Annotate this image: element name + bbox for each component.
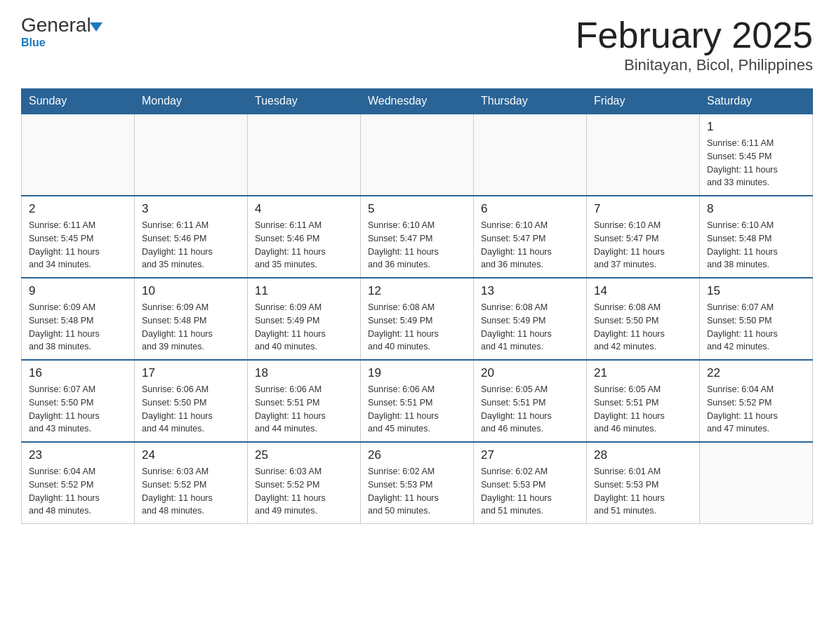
day-number: 18 — [255, 366, 353, 380]
day-info: Sunrise: 6:05 AM Sunset: 5:51 PM Dayligh… — [481, 383, 579, 436]
weekday-header-saturday: Saturday — [700, 89, 813, 114]
day-info: Sunrise: 6:02 AM Sunset: 5:53 PM Dayligh… — [481, 465, 579, 518]
day-info: Sunrise: 6:06 AM Sunset: 5:51 PM Dayligh… — [255, 383, 353, 436]
day-number: 6 — [481, 202, 579, 216]
calendar-week-row: 1Sunrise: 6:11 AM Sunset: 5:45 PM Daylig… — [22, 114, 813, 196]
calendar-cell: 8Sunrise: 6:10 AM Sunset: 5:48 PM Daylig… — [700, 196, 813, 278]
calendar-subtitle: Binitayan, Bicol, Philippines — [576, 56, 813, 74]
day-info: Sunrise: 6:09 AM Sunset: 5:48 PM Dayligh… — [142, 301, 240, 354]
calendar-cell — [248, 114, 361, 196]
day-number: 10 — [142, 284, 240, 298]
calendar-cell — [587, 114, 700, 196]
weekday-header-sunday: Sunday — [22, 89, 135, 114]
calendar-cell: 24Sunrise: 6:03 AM Sunset: 5:52 PM Dayli… — [135, 442, 248, 524]
day-number: 26 — [368, 448, 466, 462]
calendar-cell: 28Sunrise: 6:01 AM Sunset: 5:53 PM Dayli… — [587, 442, 700, 524]
calendar-title: February 2025 — [576, 14, 813, 56]
day-info: Sunrise: 6:11 AM Sunset: 5:46 PM Dayligh… — [142, 219, 240, 271]
calendar-cell: 7Sunrise: 6:10 AM Sunset: 5:47 PM Daylig… — [587, 196, 700, 278]
day-info: Sunrise: 6:01 AM Sunset: 5:53 PM Dayligh… — [594, 465, 692, 518]
day-number: 3 — [142, 202, 240, 216]
calendar-cell: 2Sunrise: 6:11 AM Sunset: 5:45 PM Daylig… — [22, 196, 135, 278]
calendar-cell: 11Sunrise: 6:09 AM Sunset: 5:49 PM Dayli… — [248, 278, 361, 360]
title-block: February 2025 Binitayan, Bicol, Philippi… — [576, 14, 813, 74]
calendar-cell: 20Sunrise: 6:05 AM Sunset: 5:51 PM Dayli… — [474, 360, 587, 442]
day-number: 1 — [707, 120, 805, 134]
day-info: Sunrise: 6:07 AM Sunset: 5:50 PM Dayligh… — [707, 301, 805, 354]
calendar-week-row: 9Sunrise: 6:09 AM Sunset: 5:48 PM Daylig… — [22, 278, 813, 360]
logo-blue-text: Blue — [21, 36, 46, 48]
calendar-cell: 14Sunrise: 6:08 AM Sunset: 5:50 PM Dayli… — [587, 278, 700, 360]
day-number: 27 — [481, 448, 579, 462]
day-info: Sunrise: 6:02 AM Sunset: 5:53 PM Dayligh… — [368, 465, 466, 518]
day-info: Sunrise: 6:11 AM Sunset: 5:45 PM Dayligh… — [29, 219, 127, 271]
calendar-week-row: 16Sunrise: 6:07 AM Sunset: 5:50 PM Dayli… — [22, 360, 813, 442]
page-header: General Blue February 2025 Binitayan, Bi… — [21, 14, 813, 74]
day-number: 14 — [594, 284, 692, 298]
day-number: 12 — [368, 284, 466, 298]
day-number: 24 — [142, 448, 240, 462]
day-number: 16 — [29, 366, 127, 380]
day-info: Sunrise: 6:04 AM Sunset: 5:52 PM Dayligh… — [29, 465, 127, 518]
calendar-cell: 1Sunrise: 6:11 AM Sunset: 5:45 PM Daylig… — [700, 114, 813, 196]
day-info: Sunrise: 6:03 AM Sunset: 5:52 PM Dayligh… — [255, 465, 353, 518]
day-number: 15 — [707, 284, 805, 298]
day-info: Sunrise: 6:06 AM Sunset: 5:50 PM Dayligh… — [142, 383, 240, 436]
calendar-week-row: 2Sunrise: 6:11 AM Sunset: 5:45 PM Daylig… — [22, 196, 813, 278]
day-info: Sunrise: 6:09 AM Sunset: 5:49 PM Dayligh… — [255, 301, 353, 354]
day-number: 8 — [707, 202, 805, 216]
day-number: 28 — [594, 448, 692, 462]
day-info: Sunrise: 6:08 AM Sunset: 5:49 PM Dayligh… — [481, 301, 579, 354]
day-info: Sunrise: 6:07 AM Sunset: 5:50 PM Dayligh… — [29, 383, 127, 436]
calendar-cell: 17Sunrise: 6:06 AM Sunset: 5:50 PM Dayli… — [135, 360, 248, 442]
calendar-cell: 3Sunrise: 6:11 AM Sunset: 5:46 PM Daylig… — [135, 196, 248, 278]
day-info: Sunrise: 6:11 AM Sunset: 5:45 PM Dayligh… — [707, 137, 805, 189]
day-info: Sunrise: 6:04 AM Sunset: 5:52 PM Dayligh… — [707, 383, 805, 436]
calendar-cell: 27Sunrise: 6:02 AM Sunset: 5:53 PM Dayli… — [474, 442, 587, 524]
calendar-cell: 21Sunrise: 6:05 AM Sunset: 5:51 PM Dayli… — [587, 360, 700, 442]
day-info: Sunrise: 6:06 AM Sunset: 5:51 PM Dayligh… — [368, 383, 466, 436]
day-info: Sunrise: 6:05 AM Sunset: 5:51 PM Dayligh… — [594, 383, 692, 436]
day-number: 20 — [481, 366, 579, 380]
calendar-table: SundayMondayTuesdayWednesdayThursdayFrid… — [21, 88, 813, 524]
day-number: 17 — [142, 366, 240, 380]
calendar-cell: 12Sunrise: 6:08 AM Sunset: 5:49 PM Dayli… — [361, 278, 474, 360]
calendar-cell: 4Sunrise: 6:11 AM Sunset: 5:46 PM Daylig… — [248, 196, 361, 278]
calendar-cell: 10Sunrise: 6:09 AM Sunset: 5:48 PM Dayli… — [135, 278, 248, 360]
day-number: 9 — [29, 284, 127, 298]
calendar-cell — [361, 114, 474, 196]
day-number: 25 — [255, 448, 353, 462]
day-number: 2 — [29, 202, 127, 216]
weekday-header-wednesday: Wednesday — [361, 89, 474, 114]
day-info: Sunrise: 6:08 AM Sunset: 5:49 PM Dayligh… — [368, 301, 466, 354]
day-info: Sunrise: 6:09 AM Sunset: 5:48 PM Dayligh… — [29, 301, 127, 354]
day-info: Sunrise: 6:10 AM Sunset: 5:47 PM Dayligh… — [594, 219, 692, 271]
day-info: Sunrise: 6:03 AM Sunset: 5:52 PM Dayligh… — [142, 465, 240, 518]
day-info: Sunrise: 6:10 AM Sunset: 5:48 PM Dayligh… — [707, 219, 805, 271]
calendar-cell: 25Sunrise: 6:03 AM Sunset: 5:52 PM Dayli… — [248, 442, 361, 524]
calendar-header-row: SundayMondayTuesdayWednesdayThursdayFrid… — [22, 89, 813, 114]
day-number: 19 — [368, 366, 466, 380]
day-info: Sunrise: 6:08 AM Sunset: 5:50 PM Dayligh… — [594, 301, 692, 354]
weekday-header-monday: Monday — [135, 89, 248, 114]
day-number: 22 — [707, 366, 805, 380]
calendar-cell — [22, 114, 135, 196]
calendar-cell: 6Sunrise: 6:10 AM Sunset: 5:47 PM Daylig… — [474, 196, 587, 278]
day-number: 21 — [594, 366, 692, 380]
calendar-cell — [700, 442, 813, 524]
weekday-header-tuesday: Tuesday — [248, 89, 361, 114]
day-number: 13 — [481, 284, 579, 298]
calendar-cell: 22Sunrise: 6:04 AM Sunset: 5:52 PM Dayli… — [700, 360, 813, 442]
weekday-header-thursday: Thursday — [474, 89, 587, 114]
calendar-cell: 16Sunrise: 6:07 AM Sunset: 5:50 PM Dayli… — [22, 360, 135, 442]
day-info: Sunrise: 6:10 AM Sunset: 5:47 PM Dayligh… — [368, 219, 466, 271]
calendar-cell: 5Sunrise: 6:10 AM Sunset: 5:47 PM Daylig… — [361, 196, 474, 278]
calendar-cell — [474, 114, 587, 196]
logo: General Blue — [21, 14, 102, 49]
calendar-cell: 9Sunrise: 6:09 AM Sunset: 5:48 PM Daylig… — [22, 278, 135, 360]
day-number: 7 — [594, 202, 692, 216]
day-number: 11 — [255, 284, 353, 298]
calendar-cell — [135, 114, 248, 196]
day-info: Sunrise: 6:11 AM Sunset: 5:46 PM Dayligh… — [255, 219, 353, 271]
calendar-cell: 19Sunrise: 6:06 AM Sunset: 5:51 PM Dayli… — [361, 360, 474, 442]
